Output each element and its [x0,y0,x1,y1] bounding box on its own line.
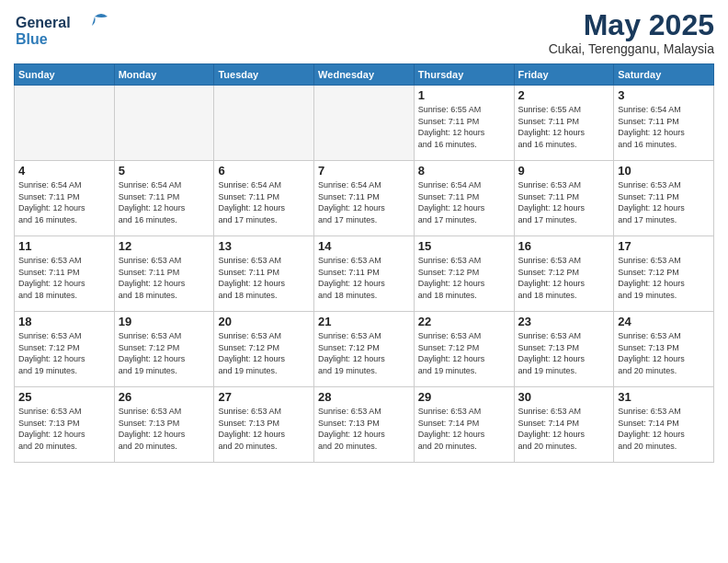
calendar-header-row: Sunday Monday Tuesday Wednesday Thursday… [15,64,714,86]
day-number: 12 [119,239,210,253]
day-info: Sunrise: 6:54 AM Sunset: 7:11 PM Dayligh… [618,104,710,150]
calendar-cell: 28Sunrise: 6:53 AM Sunset: 7:13 PM Dayli… [314,387,415,463]
day-number: 15 [418,239,510,253]
calendar-cell: 9Sunrise: 6:53 AM Sunset: 7:11 PM Daylig… [514,161,614,236]
calendar-cell: 5Sunrise: 6:54 AM Sunset: 7:11 PM Daylig… [114,161,214,236]
calendar-cell: 25Sunrise: 6:53 AM Sunset: 7:13 PM Dayli… [15,387,115,463]
header-thursday: Thursday [414,64,514,86]
day-number: 28 [318,390,410,404]
day-info: Sunrise: 6:53 AM Sunset: 7:12 PM Dayligh… [218,330,310,376]
logo-block: General Blue [14,9,115,52]
day-number: 11 [18,239,110,253]
day-info: Sunrise: 6:53 AM Sunset: 7:13 PM Dayligh… [618,330,710,376]
header: General Blue May 2025 Cukai, Terengganu,… [14,9,714,56]
day-number: 29 [418,390,510,404]
calendar-week-row-0: 1Sunrise: 6:55 AM Sunset: 7:11 PM Daylig… [15,86,714,161]
day-info: Sunrise: 6:53 AM Sunset: 7:12 PM Dayligh… [119,330,210,376]
calendar-cell [314,86,415,161]
calendar-cell: 29Sunrise: 6:53 AM Sunset: 7:14 PM Dayli… [414,387,514,463]
day-number: 19 [119,315,210,328]
day-number: 24 [618,315,710,328]
calendar-cell [114,86,214,161]
day-number: 1 [418,88,510,102]
calendar-week-row-1: 4Sunrise: 6:54 AM Sunset: 7:11 PM Daylig… [15,161,714,236]
day-number: 16 [518,239,610,253]
header-sunday: Sunday [15,64,115,86]
calendar-cell: 4Sunrise: 6:54 AM Sunset: 7:11 PM Daylig… [15,161,115,236]
day-number: 22 [418,315,510,328]
calendar-cell: 17Sunrise: 6:53 AM Sunset: 7:12 PM Dayli… [614,236,714,312]
calendar-cell: 24Sunrise: 6:53 AM Sunset: 7:13 PM Dayli… [614,312,714,387]
day-info: Sunrise: 6:53 AM Sunset: 7:13 PM Dayligh… [18,406,110,452]
day-info: Sunrise: 6:55 AM Sunset: 7:11 PM Dayligh… [418,104,510,150]
day-number: 20 [218,315,310,328]
day-info: Sunrise: 6:53 AM Sunset: 7:13 PM Dayligh… [518,330,610,376]
calendar-cell: 13Sunrise: 6:53 AM Sunset: 7:11 PM Dayli… [214,236,314,312]
day-info: Sunrise: 6:54 AM Sunset: 7:11 PM Dayligh… [18,179,110,225]
day-info: Sunrise: 6:53 AM Sunset: 7:12 PM Dayligh… [318,330,410,376]
day-info: Sunrise: 6:53 AM Sunset: 7:14 PM Dayligh… [518,406,610,452]
day-number: 18 [18,315,110,328]
calendar-cell [214,86,314,161]
day-number: 10 [618,164,710,178]
title-block: May 2025 Cukai, Terengganu, Malaysia [549,9,714,56]
calendar-cell: 26Sunrise: 6:53 AM Sunset: 7:13 PM Dayli… [114,387,214,463]
day-info: Sunrise: 6:53 AM Sunset: 7:12 PM Dayligh… [618,255,710,301]
calendar-week-row-3: 18Sunrise: 6:53 AM Sunset: 7:12 PM Dayli… [15,312,714,387]
calendar-cell: 6Sunrise: 6:54 AM Sunset: 7:11 PM Daylig… [214,161,314,236]
day-number: 4 [18,164,110,178]
calendar-cell: 15Sunrise: 6:53 AM Sunset: 7:12 PM Dayli… [414,236,514,312]
day-info: Sunrise: 6:53 AM Sunset: 7:11 PM Dayligh… [318,255,410,301]
calendar-cell: 23Sunrise: 6:53 AM Sunset: 7:13 PM Dayli… [514,312,614,387]
day-number: 8 [418,164,510,178]
day-info: Sunrise: 6:53 AM Sunset: 7:12 PM Dayligh… [18,330,110,376]
day-number: 6 [218,164,310,178]
day-number: 21 [318,315,410,328]
day-number: 30 [518,390,610,404]
calendar-cell: 2Sunrise: 6:55 AM Sunset: 7:11 PM Daylig… [514,86,614,161]
logo-svg: General Blue [14,9,115,51]
calendar-cell: 10Sunrise: 6:53 AM Sunset: 7:11 PM Dayli… [614,161,714,236]
day-number: 7 [318,164,410,178]
calendar-cell: 12Sunrise: 6:53 AM Sunset: 7:11 PM Dayli… [114,236,214,312]
svg-text:General: General [16,15,71,30]
calendar-cell [15,86,115,161]
day-number: 27 [218,390,310,404]
day-info: Sunrise: 6:53 AM Sunset: 7:12 PM Dayligh… [418,255,510,301]
calendar-table: Sunday Monday Tuesday Wednesday Thursday… [14,63,714,463]
day-number: 2 [518,88,610,102]
header-saturday: Saturday [614,64,714,86]
day-info: Sunrise: 6:54 AM Sunset: 7:11 PM Dayligh… [418,179,510,225]
day-number: 5 [119,164,210,178]
day-number: 13 [218,239,310,253]
day-number: 9 [518,164,610,178]
header-wednesday: Wednesday [314,64,415,86]
month-title: May 2025 [549,9,714,41]
calendar-cell: 1Sunrise: 6:55 AM Sunset: 7:11 PM Daylig… [414,86,514,161]
calendar-cell: 30Sunrise: 6:53 AM Sunset: 7:14 PM Dayli… [514,387,614,463]
day-info: Sunrise: 6:54 AM Sunset: 7:11 PM Dayligh… [318,179,410,225]
day-info: Sunrise: 6:53 AM Sunset: 7:11 PM Dayligh… [618,179,710,225]
day-info: Sunrise: 6:53 AM Sunset: 7:11 PM Dayligh… [518,179,610,225]
day-number: 25 [18,390,110,404]
day-number: 23 [518,315,610,328]
calendar-cell: 8Sunrise: 6:54 AM Sunset: 7:11 PM Daylig… [414,161,514,236]
day-number: 17 [618,239,710,253]
calendar-cell: 3Sunrise: 6:54 AM Sunset: 7:11 PM Daylig… [614,86,714,161]
day-info: Sunrise: 6:53 AM Sunset: 7:14 PM Dayligh… [418,406,510,452]
day-info: Sunrise: 6:53 AM Sunset: 7:14 PM Dayligh… [618,406,710,452]
header-friday: Friday [514,64,614,86]
day-info: Sunrise: 6:55 AM Sunset: 7:11 PM Dayligh… [518,104,610,150]
calendar-cell: 14Sunrise: 6:53 AM Sunset: 7:11 PM Dayli… [314,236,415,312]
day-info: Sunrise: 6:53 AM Sunset: 7:13 PM Dayligh… [318,406,410,452]
calendar-cell: 19Sunrise: 6:53 AM Sunset: 7:12 PM Dayli… [114,312,214,387]
day-number: 14 [318,239,410,253]
day-info: Sunrise: 6:53 AM Sunset: 7:12 PM Dayligh… [518,255,610,301]
day-info: Sunrise: 6:53 AM Sunset: 7:12 PM Dayligh… [418,330,510,376]
calendar-cell: 18Sunrise: 6:53 AM Sunset: 7:12 PM Dayli… [15,312,115,387]
day-info: Sunrise: 6:54 AM Sunset: 7:11 PM Dayligh… [119,179,210,225]
calendar-cell: 16Sunrise: 6:53 AM Sunset: 7:12 PM Dayli… [514,236,614,312]
calendar-cell: 11Sunrise: 6:53 AM Sunset: 7:11 PM Dayli… [15,236,115,312]
calendar-cell: 31Sunrise: 6:53 AM Sunset: 7:14 PM Dayli… [614,387,714,463]
calendar-week-row-2: 11Sunrise: 6:53 AM Sunset: 7:11 PM Dayli… [15,236,714,312]
